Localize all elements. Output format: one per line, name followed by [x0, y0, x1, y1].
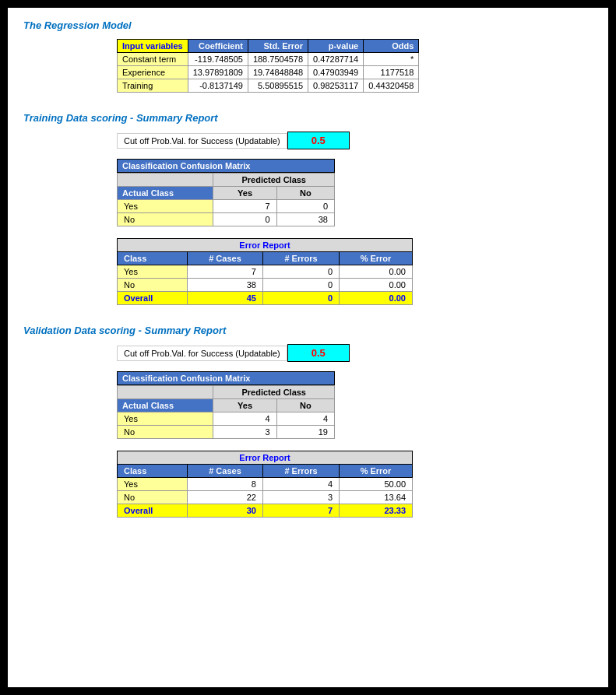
- training-overall-cases: 45: [187, 292, 262, 305]
- validation-err-no-errors: 3: [262, 491, 339, 504]
- validation-error-table: Error Report Class # Cases # Errors % Er…: [117, 451, 413, 518]
- training-section-title: Training Data scoring - Summary Report: [23, 112, 593, 124]
- training-err-col-cases: # Cases: [187, 252, 262, 265]
- cell-stderr: 19.74848848: [248, 66, 308, 79]
- table-row: Constant term -119.748505 188.7504578 0.…: [118, 53, 419, 66]
- regression-title: The Regression Model: [23, 19, 593, 31]
- validation-confusion-matrix: Classification Confusion Matrix Predicte…: [117, 371, 593, 439]
- training-err-no-errors: 0: [262, 279, 339, 292]
- validation-cm-yn: 4: [276, 412, 334, 426]
- col-header-input: Input variables: [118, 40, 188, 53]
- cell-stderr: 5.50895515: [248, 79, 308, 93]
- cell-input: Training: [118, 79, 188, 93]
- training-overall-row: Overall 45 0 0.00: [118, 292, 413, 305]
- cell-coeff: -119.748505: [188, 53, 248, 66]
- training-pred-no: No: [276, 187, 334, 200]
- cell-odds: 1177518: [364, 66, 419, 79]
- training-predicted-header: Predicted Class: [213, 174, 335, 187]
- training-overall-errors: 0: [262, 292, 339, 305]
- validation-overall-cases: 30: [187, 504, 262, 518]
- validation-err-col-cases: # Cases: [187, 465, 262, 478]
- validation-cutoff-value[interactable]: 0.5: [287, 344, 350, 362]
- training-err-yes: Yes: [118, 265, 188, 279]
- training-err-yes-errors: 0: [262, 265, 339, 279]
- training-pred-yes: Yes: [213, 187, 276, 200]
- training-cutoff-label: Cut off Prob.Val. for Success (Updatable…: [117, 133, 287, 149]
- table-row: Experience 13.97891809 19.74848848 0.479…: [118, 66, 419, 79]
- validation-err-yes: Yes: [118, 478, 188, 491]
- validation-overall-row: Overall 30 7 23.33: [118, 504, 413, 518]
- training-actual-yes: Yes: [118, 200, 213, 213]
- validation-actual-no: No: [118, 426, 213, 439]
- validation-overall-errors: 7: [262, 504, 339, 518]
- validation-err-col-pct: % Error: [340, 465, 413, 478]
- cell-odds: *: [364, 53, 419, 66]
- cell-pvalue: 0.98253117: [308, 79, 364, 93]
- cell-coeff: 13.97891809: [188, 66, 248, 79]
- validation-cutoff-label: Cut off Prob.Val. for Success (Updatable…: [117, 346, 287, 361]
- cell-pvalue: 0.47287714: [308, 53, 364, 66]
- training-cutoff-value[interactable]: 0.5: [287, 132, 350, 149]
- training-error-report: Error Report Class # Cases # Errors % Er…: [117, 238, 593, 305]
- validation-cm-yy: 4: [213, 412, 276, 426]
- col-header-coeff: Coefficient: [188, 40, 248, 53]
- training-actual-class-header: Actual Class: [118, 187, 213, 200]
- training-actual-no: No: [118, 213, 213, 226]
- training-cm-ny: 0: [213, 213, 276, 226]
- validation-err-yes-cases: 8: [187, 478, 262, 491]
- training-cm-yy: 7: [213, 200, 276, 213]
- validation-error-title: Error Report: [118, 451, 413, 465]
- validation-actual-yes: Yes: [118, 412, 213, 426]
- col-header-stderr: Std. Error: [248, 40, 308, 53]
- validation-pred-no: No: [276, 399, 334, 412]
- training-cm-nn: 38: [276, 213, 334, 226]
- training-error-table: Error Report Class # Cases # Errors % Er…: [117, 238, 413, 305]
- validation-confusion-title: Classification Confusion Matrix: [117, 371, 335, 385]
- table-row: No 38 0 0.00: [118, 279, 413, 292]
- validation-err-no-pct: 13.64: [340, 491, 413, 504]
- table-row: No 22 3 13.64: [118, 491, 413, 504]
- validation-confusion-table: Predicted Class Actual Class Yes No Yes …: [117, 385, 335, 439]
- validation-overall-pct: 23.33: [340, 504, 413, 518]
- table-row: Yes 7 0: [118, 200, 335, 213]
- training-err-no-cases: 38: [187, 279, 262, 292]
- cell-stderr: 188.7504578: [248, 53, 308, 66]
- table-row: Yes 8 4 50.00: [118, 478, 413, 491]
- training-err-no: No: [118, 279, 188, 292]
- validation-err-yes-errors: 4: [262, 478, 339, 491]
- table-row: No 3 19: [118, 426, 335, 439]
- cell-input: Constant term: [118, 53, 188, 66]
- col-header-odds: Odds: [364, 40, 419, 53]
- training-err-col-pct: % Error: [340, 252, 413, 265]
- validation-err-col-errors: # Errors: [262, 465, 339, 478]
- training-error-title: Error Report: [118, 239, 413, 252]
- training-confusion-title: Classification Confusion Matrix: [117, 159, 335, 173]
- validation-overall-label: Overall: [118, 504, 188, 518]
- cell-input: Experience: [118, 66, 188, 79]
- regression-table: Input variables Coefficient Std. Error p…: [117, 39, 419, 93]
- training-err-yes-cases: 7: [187, 265, 262, 279]
- validation-cm-ny: 3: [213, 426, 276, 439]
- validation-error-report: Error Report Class # Cases # Errors % Er…: [117, 451, 593, 518]
- training-cm-yn: 0: [276, 200, 334, 213]
- validation-predicted-header: Predicted Class: [213, 386, 335, 399]
- cell-pvalue: 0.47903949: [308, 66, 364, 79]
- training-overall-label: Overall: [118, 292, 188, 305]
- col-header-pvalue: p-value: [308, 40, 364, 53]
- validation-err-no-cases: 22: [187, 491, 262, 504]
- table-row: Yes 7 0 0.00: [118, 265, 413, 279]
- table-row: Yes 4 4: [118, 412, 335, 426]
- cell-coeff: -0.8137149: [188, 79, 248, 93]
- training-err-yes-pct: 0.00: [340, 265, 413, 279]
- validation-pred-yes: Yes: [213, 399, 276, 412]
- training-err-no-pct: 0.00: [340, 279, 413, 292]
- validation-section-title: Validation Data scoring - Summary Report: [23, 325, 593, 336]
- table-row: Training -0.8137149 5.50895515 0.9825311…: [118, 79, 419, 93]
- validation-cutoff-row: Cut off Prob.Val. for Success (Updatable…: [117, 344, 593, 362]
- training-confusion-matrix: Classification Confusion Matrix Predicte…: [117, 159, 593, 226]
- training-err-col-class: Class: [118, 252, 188, 265]
- training-err-col-errors: # Errors: [262, 252, 339, 265]
- training-confusion-table: Predicted Class Actual Class Yes No Yes …: [117, 173, 335, 226]
- validation-err-col-class: Class: [118, 465, 188, 478]
- cell-odds: 0.44320458: [364, 79, 419, 93]
